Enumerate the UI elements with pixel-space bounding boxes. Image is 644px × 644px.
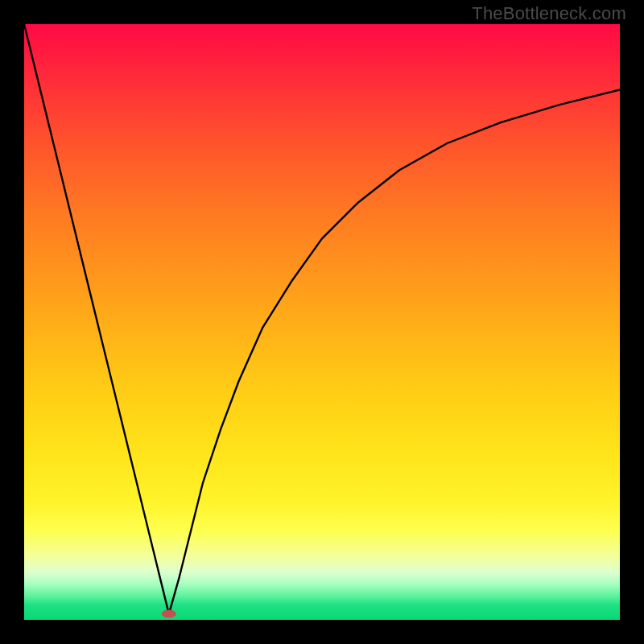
watermark-text: TheBottleneck.com	[472, 3, 626, 24]
right-branch-line	[169, 89, 620, 613]
chart-frame: TheBottleneck.com	[0, 0, 644, 644]
plot-area	[24, 24, 620, 620]
line-chart	[24, 24, 620, 620]
min-marker	[162, 610, 176, 618]
left-branch-line	[24, 24, 169, 614]
